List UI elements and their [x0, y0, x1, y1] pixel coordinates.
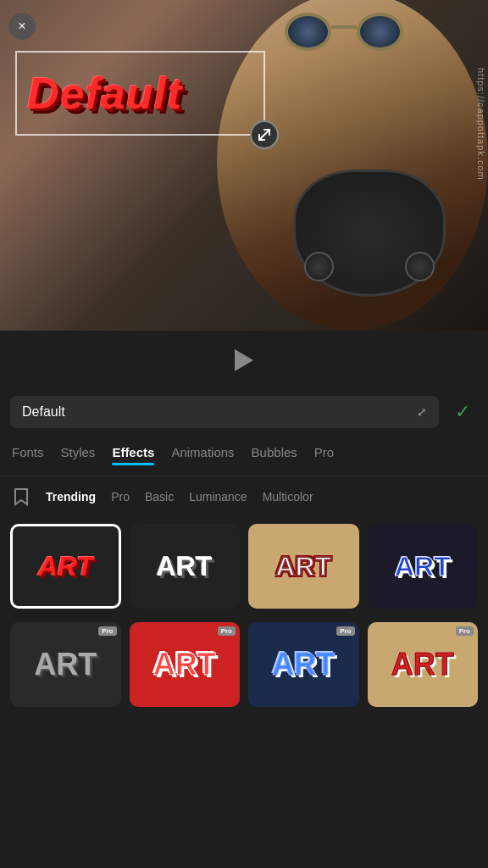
- tab-styles[interactable]: Styles: [61, 445, 96, 465]
- art-style-4[interactable]: ART: [368, 524, 479, 609]
- art-style-1-text: ART: [38, 551, 93, 582]
- bookmark-icon[interactable]: [12, 487, 30, 506]
- confirm-button[interactable]: ✓: [447, 397, 478, 427]
- tab-effects[interactable]: Effects: [112, 445, 154, 465]
- sub-tabs-row: Trending Pro Basic Luminance Multicolor: [0, 476, 488, 517]
- preview-text: Default: [27, 68, 182, 119]
- pro-badge-7: Pro: [336, 626, 354, 636]
- art-style-7-text: ART: [272, 647, 335, 682]
- resize-handle[interactable]: [250, 120, 279, 149]
- text-input-row: Default ⤢ ✓: [0, 390, 488, 434]
- sub-tab-multicolor[interactable]: Multicolor: [263, 490, 313, 504]
- sub-tab-basic[interactable]: Basic: [145, 490, 174, 504]
- pro-badge-5: Pro: [98, 626, 116, 636]
- art-style-8[interactable]: Pro ART: [368, 622, 479, 707]
- close-icon: ×: [18, 19, 25, 33]
- art-style-2[interactable]: ART: [130, 524, 241, 609]
- art-style-4-text: ART: [395, 551, 451, 582]
- text-input-value: Default: [22, 404, 65, 420]
- art-style-6-text: ART: [153, 647, 216, 682]
- pro-badge-6: Pro: [218, 626, 236, 636]
- gas-mask: [293, 170, 446, 297]
- text-overlay-box: Default: [15, 51, 265, 136]
- sub-tab-pro[interactable]: Pro: [111, 490, 130, 504]
- pro-badge-8: Pro: [456, 626, 474, 636]
- expand-icon: ⤢: [417, 405, 427, 419]
- art-style-5-text: ART: [34, 647, 97, 682]
- art-style-1[interactable]: ART: [10, 524, 121, 609]
- art-style-5[interactable]: Pro ART: [10, 622, 121, 707]
- close-button[interactable]: ×: [8, 13, 36, 40]
- bottom-panel: Default ⤢ ✓ Fonts Styles Effects Animati…: [0, 331, 488, 868]
- watermark: https://cappottapk.com: [476, 68, 488, 181]
- play-area: [0, 331, 488, 390]
- sub-tab-trending[interactable]: Trending: [46, 490, 96, 504]
- art-grid-row2: Pro ART Pro ART Pro ART Pro ART: [0, 615, 488, 714]
- check-icon: ✓: [455, 401, 470, 423]
- play-icon: [235, 349, 253, 371]
- goggles: [285, 13, 403, 55]
- sub-tab-luminance[interactable]: Luminance: [189, 490, 247, 504]
- art-style-3[interactable]: ART: [248, 524, 359, 609]
- art-style-3-text: ART: [275, 551, 331, 582]
- goggle-right: [357, 13, 403, 51]
- preview-area: https://cappottapk.com Default ×: [0, 0, 488, 331]
- tab-animations[interactable]: Animations: [171, 445, 234, 465]
- tabs-row: Fonts Styles Effects Animations Bubbles …: [0, 434, 488, 476]
- tab-bubbles[interactable]: Bubbles: [252, 445, 297, 465]
- mask-filter-left: [304, 252, 334, 281]
- art-style-6[interactable]: Pro ART: [130, 622, 241, 707]
- goggle-bridge: [331, 25, 357, 29]
- play-button[interactable]: [231, 348, 257, 373]
- art-style-2-text: ART: [157, 551, 213, 582]
- art-style-8-text: ART: [391, 647, 454, 682]
- tab-fonts[interactable]: Fonts: [12, 445, 44, 465]
- tab-pro[interactable]: Pro: [314, 445, 334, 465]
- preview-background: https://cappottapk.com Default: [0, 0, 488, 331]
- text-input-field[interactable]: Default ⤢: [10, 396, 439, 428]
- art-style-7[interactable]: Pro ART: [248, 622, 359, 707]
- goggle-left: [285, 13, 331, 51]
- art-grid-row1: ART ART ART ART: [0, 517, 488, 615]
- mask-filter-right: [405, 252, 435, 281]
